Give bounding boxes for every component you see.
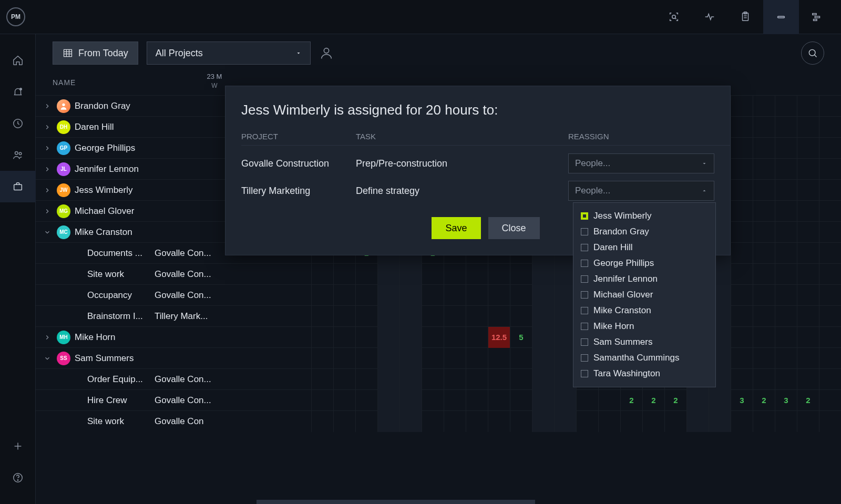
- workload-cell[interactable]: [797, 180, 819, 201]
- workload-cell[interactable]: [775, 222, 797, 243]
- workload-cell[interactable]: [399, 348, 422, 369]
- workload-cell[interactable]: [731, 306, 753, 327]
- workload-cell[interactable]: [731, 180, 753, 201]
- workload-cell[interactable]: [311, 306, 333, 327]
- workload-cell[interactable]: [797, 306, 819, 327]
- workload-cell[interactable]: [510, 285, 532, 306]
- workload-cell[interactable]: [444, 390, 466, 411]
- workload-cell[interactable]: [731, 243, 753, 264]
- workload-cell[interactable]: [399, 285, 422, 306]
- workload-cell[interactable]: [753, 222, 775, 243]
- rail-team[interactable]: [0, 139, 36, 171]
- workload-cell[interactable]: [311, 390, 333, 411]
- workload-cell[interactable]: [731, 222, 753, 243]
- workload-cell[interactable]: [466, 369, 488, 390]
- workload-cell[interactable]: [819, 264, 841, 285]
- workload-cell[interactable]: [532, 285, 554, 306]
- top-icon-clipboard[interactable]: [727, 0, 763, 34]
- workload-cell[interactable]: [819, 243, 841, 264]
- workload-cell[interactable]: [510, 369, 532, 390]
- workload-cell[interactable]: [444, 369, 466, 390]
- workload-cell[interactable]: [355, 264, 377, 285]
- search-button[interactable]: [801, 42, 824, 65]
- expand-toggle[interactable]: [42, 229, 53, 236]
- workload-cell[interactable]: [775, 159, 797, 180]
- expand-toggle[interactable]: [42, 355, 53, 362]
- workload-cell[interactable]: [355, 411, 377, 432]
- workload-cell[interactable]: [377, 369, 399, 390]
- workload-cell[interactable]: [422, 306, 444, 327]
- workload-cell[interactable]: [466, 285, 488, 306]
- checkbox[interactable]: [581, 212, 588, 220]
- workload-cell[interactable]: [797, 96, 819, 117]
- workload-cell[interactable]: [775, 348, 797, 369]
- expand-toggle[interactable]: [42, 334, 53, 341]
- workload-cell[interactable]: 3: [731, 390, 753, 411]
- workload-cell[interactable]: [686, 390, 709, 411]
- workload-cell[interactable]: [510, 306, 532, 327]
- workload-cell[interactable]: [488, 306, 510, 327]
- workload-cell[interactable]: [488, 348, 510, 369]
- workload-cell[interactable]: [753, 264, 775, 285]
- workload-cell[interactable]: [775, 117, 797, 138]
- workload-cell[interactable]: [753, 96, 775, 117]
- workload-cell[interactable]: [819, 348, 841, 369]
- workload-cell[interactable]: [377, 411, 399, 432]
- workload-cell[interactable]: [444, 264, 466, 285]
- rail-portfolio[interactable]: [0, 171, 36, 202]
- workload-cell[interactable]: [510, 348, 532, 369]
- dropdown-item[interactable]: Samantha Cummings: [581, 350, 708, 366]
- workload-cell[interactable]: [466, 306, 488, 327]
- workload-cell[interactable]: [753, 180, 775, 201]
- workload-cell[interactable]: 2: [797, 390, 819, 411]
- workload-cell[interactable]: [377, 285, 399, 306]
- checkbox[interactable]: [581, 228, 588, 235]
- workload-cell[interactable]: [819, 369, 841, 390]
- workload-cell[interactable]: [775, 180, 797, 201]
- workload-cell[interactable]: [775, 201, 797, 222]
- checkbox[interactable]: [581, 338, 588, 346]
- top-icon-activity[interactable]: [692, 0, 727, 34]
- workload-cell[interactable]: [311, 411, 333, 432]
- workload-cell[interactable]: [731, 138, 753, 159]
- workload-cell[interactable]: [488, 369, 510, 390]
- workload-cell[interactable]: [775, 285, 797, 306]
- workload-cell[interactable]: [422, 369, 444, 390]
- workload-cell[interactable]: [709, 411, 731, 432]
- workload-cell[interactable]: [444, 306, 466, 327]
- workload-cell[interactable]: [311, 264, 333, 285]
- workload-cell[interactable]: [775, 96, 797, 117]
- workload-cell[interactable]: 2: [642, 390, 664, 411]
- workload-cell[interactable]: [532, 348, 554, 369]
- workload-cell[interactable]: [664, 411, 686, 432]
- workload-cell[interactable]: [333, 264, 355, 285]
- workload-cell[interactable]: [819, 327, 841, 348]
- workload-cell[interactable]: [731, 96, 753, 117]
- save-button[interactable]: Save: [432, 217, 480, 239]
- workload-cell[interactable]: [819, 201, 841, 222]
- dropdown-item[interactable]: Brandon Gray: [581, 224, 708, 240]
- workload-cell[interactable]: [797, 369, 819, 390]
- workload-cell[interactable]: [377, 348, 399, 369]
- dropdown-item[interactable]: Tara Washington: [581, 366, 708, 382]
- workload-cell[interactable]: [333, 306, 355, 327]
- workload-cell[interactable]: [532, 327, 554, 348]
- workload-cell[interactable]: [532, 306, 554, 327]
- workload-cell[interactable]: [797, 327, 819, 348]
- workload-cell[interactable]: [753, 117, 775, 138]
- workload-cell[interactable]: [399, 306, 422, 327]
- workload-cell[interactable]: [399, 390, 422, 411]
- workload-cell[interactable]: [488, 264, 510, 285]
- top-icon-roadmap[interactable]: [799, 0, 835, 34]
- workload-cell[interactable]: [819, 390, 841, 411]
- from-today-button[interactable]: From Today: [53, 42, 138, 65]
- dropdown-item[interactable]: Daren Hill: [581, 240, 708, 255]
- workload-cell[interactable]: [466, 390, 488, 411]
- workload-cell[interactable]: 12.5: [488, 327, 510, 348]
- workload-cell[interactable]: [466, 264, 488, 285]
- workload-cell[interactable]: [422, 285, 444, 306]
- expand-toggle[interactable]: [42, 124, 53, 131]
- workload-cell[interactable]: [422, 411, 444, 432]
- rail-notifications[interactable]: [0, 76, 36, 108]
- workload-cell[interactable]: [510, 411, 532, 432]
